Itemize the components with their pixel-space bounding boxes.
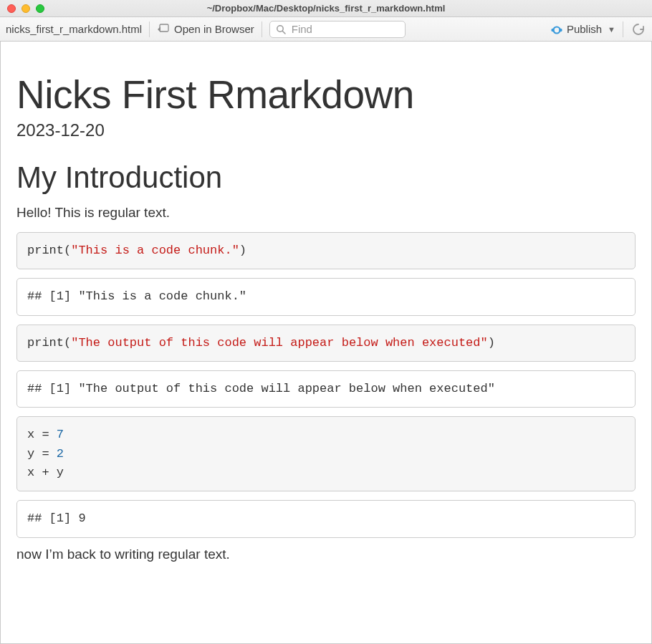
code-string-token: "The output of this code will appear bel… (71, 336, 488, 350)
find-input[interactable] (290, 22, 399, 36)
section-heading: My Introduction (16, 160, 636, 195)
svg-point-5 (559, 28, 562, 31)
svg-line-2 (282, 31, 285, 34)
open-in-browser-button[interactable]: Open in Browser (157, 23, 254, 35)
rendered-document: Nicks First Rmarkdown 2023-12-20 My Intr… (1, 42, 651, 602)
code-chunk: x = 7 y = 2 x + y (16, 416, 636, 491)
code-token: x + y (27, 466, 64, 479)
page-date: 2023-12-20 (16, 120, 636, 140)
code-chunk: print("The output of this code will appe… (16, 325, 636, 362)
traffic-lights (7, 4, 44, 13)
code-number-token: 2 (57, 447, 64, 461)
find-box[interactable] (269, 21, 406, 38)
open-in-browser-icon (157, 24, 170, 35)
svg-point-4 (551, 28, 554, 31)
outro-paragraph: now I’m back to writing regular text. (16, 547, 636, 562)
zoom-window-button[interactable] (36, 4, 44, 13)
toolbar-divider (149, 21, 150, 37)
publish-button[interactable]: Publish ▼ (550, 23, 615, 36)
svg-rect-0 (160, 24, 168, 32)
refresh-button[interactable] (631, 21, 646, 37)
code-token: ) (239, 244, 246, 257)
code-chunk: print("This is a code chunk.") (16, 232, 636, 269)
window-title: ~/Dropbox/Mac/Desktop/nicks_first_r_mark… (0, 3, 652, 14)
viewer-filename: nicks_first_r_markdown.html (6, 23, 142, 35)
chevron-down-icon: ▼ (608, 25, 615, 34)
code-output: ## [1] "This is a code chunk." (16, 278, 636, 315)
code-output: ## [1] "The output of this code will app… (16, 370, 636, 408)
code-token: ) (488, 336, 495, 350)
open-in-browser-label: Open in Browser (174, 23, 254, 35)
refresh-icon (631, 22, 646, 37)
window-titlebar: ~/Dropbox/Mac/Desktop/nicks_first_r_mark… (0, 0, 652, 17)
publish-label: Publish (567, 23, 602, 35)
page-title: Nicks First Rmarkdown (16, 72, 636, 117)
code-token: x = (27, 428, 57, 441)
code-token: print( (27, 244, 71, 257)
intro-paragraph: Hello! This is regular text. (16, 205, 636, 221)
code-token: y = (27, 447, 57, 461)
minimize-window-button[interactable] (21, 4, 30, 13)
toolbar-divider (262, 21, 262, 37)
search-icon (276, 24, 286, 34)
code-token: print( (27, 336, 71, 350)
viewer-toolbar: nicks_first_r_markdown.html Open in Brow… (0, 17, 652, 42)
toolbar-divider (623, 21, 623, 37)
publish-icon (550, 23, 562, 36)
code-string-token: "This is a code chunk." (71, 244, 239, 257)
code-output: ## [1] 9 (16, 500, 636, 537)
close-window-button[interactable] (7, 4, 16, 13)
viewer-pane[interactable]: Nicks First Rmarkdown 2023-12-20 My Intr… (0, 42, 652, 644)
code-number-token: 7 (57, 428, 64, 441)
svg-point-3 (553, 27, 560, 33)
